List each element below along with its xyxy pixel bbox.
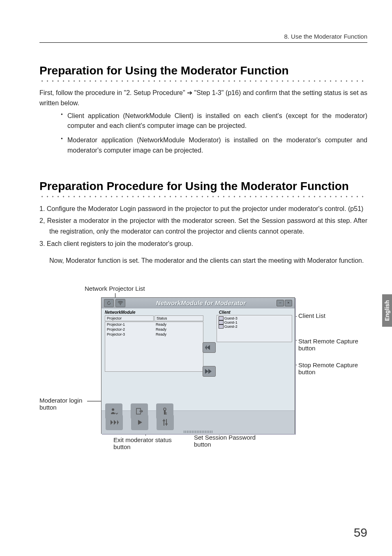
svg-rect-4: [164, 410, 166, 415]
label-mod-login: Moderator login button: [39, 397, 93, 411]
svg-point-3: [164, 408, 166, 410]
svg-point-0: [120, 304, 121, 305]
language-tab: English: [382, 294, 392, 327]
label-npl: Network Projector List: [85, 285, 145, 292]
section1-title: Preparation for Using the Moderator Func…: [39, 64, 367, 77]
client-panel: Client Guest-3 Guest-1 Guest-2: [206, 308, 295, 410]
label-client-list: Client List: [298, 312, 325, 319]
moderator-login-button[interactable]: [105, 403, 122, 419]
section1-bullet-2: Moderator application (NetworkModule Mod…: [52, 135, 367, 160]
monitor-icon: [219, 324, 224, 329]
label-exit-mod: Exit moderator status button: [113, 436, 183, 450]
label-stop-remote: Stop Remote Capture button: [298, 361, 368, 375]
section1-intro: First, follow the procedure in "2. Setup…: [39, 88, 367, 109]
step-1: 1. Configure the Moderator Login passwor…: [39, 204, 367, 214]
dot-rule: [39, 79, 367, 83]
col-status: Status: [154, 315, 203, 321]
closing-text: Now, Moderator function is set. The mode…: [39, 255, 367, 266]
titlebar: NetworkModule for Moderator – ×: [101, 298, 295, 308]
start-remote-capture-button[interactable]: [203, 342, 216, 353]
projector-panel: NetworkModule Projector Status Projector…: [101, 308, 206, 410]
page-number: 59: [354, 526, 367, 540]
step-3: 3. Each client registers to join the mod…: [39, 239, 367, 249]
section2-title: Preparation Procedure for Using the Mode…: [39, 180, 367, 193]
left-group-title: NetworkModule: [105, 310, 203, 315]
svg-point-1: [112, 408, 114, 411]
refresh-icon[interactable]: [104, 299, 114, 307]
projector-status: Ready: [154, 327, 203, 332]
label-start-remote: Start Remote Capture button: [298, 338, 368, 352]
wifi-icon[interactable]: [115, 299, 125, 307]
close-button[interactable]: ×: [285, 300, 292, 306]
projector-status: Ready: [154, 332, 203, 337]
figure: Network Projector List Client List Start…: [39, 287, 367, 464]
client-list[interactable]: Guest-3 Guest-1 Guest-2: [217, 315, 292, 342]
projector-name: Projector-2: [105, 327, 154, 332]
stop-remote-capture-button[interactable]: [203, 366, 216, 377]
chapter-header: 8. Use the Moderator Function: [39, 33, 367, 43]
section1-bullet-1: Client application (NetworkModule Client…: [52, 111, 367, 136]
set-session-password-button[interactable]: [156, 403, 173, 419]
dot-rule: [39, 195, 367, 199]
label-set-session: Set Session Password button: [194, 434, 268, 448]
exit-moderator-button[interactable]: [131, 403, 148, 419]
step-2: 2, Resister a moderator in the projector…: [39, 215, 367, 236]
client-name: Guest-3: [224, 316, 238, 320]
app-title: NetworkModule for Moderator: [125, 299, 277, 306]
projector-name: Projector-3: [105, 332, 154, 337]
projector-status: Ready: [154, 322, 203, 327]
projector-name: Projector-1: [105, 322, 154, 327]
client-name: Guest-1: [224, 320, 238, 324]
col-projector: Projector: [105, 315, 154, 321]
monitor-icon: [219, 320, 224, 324]
monitor-icon: [219, 316, 224, 320]
minimize-button[interactable]: –: [277, 300, 284, 306]
projector-list[interactable]: Projector-1Ready Projector-2Ready Projec…: [105, 322, 203, 372]
right-group-title: Client: [208, 310, 292, 315]
resize-handle[interactable]: [184, 431, 212, 433]
client-name: Guest-2: [224, 324, 238, 329]
